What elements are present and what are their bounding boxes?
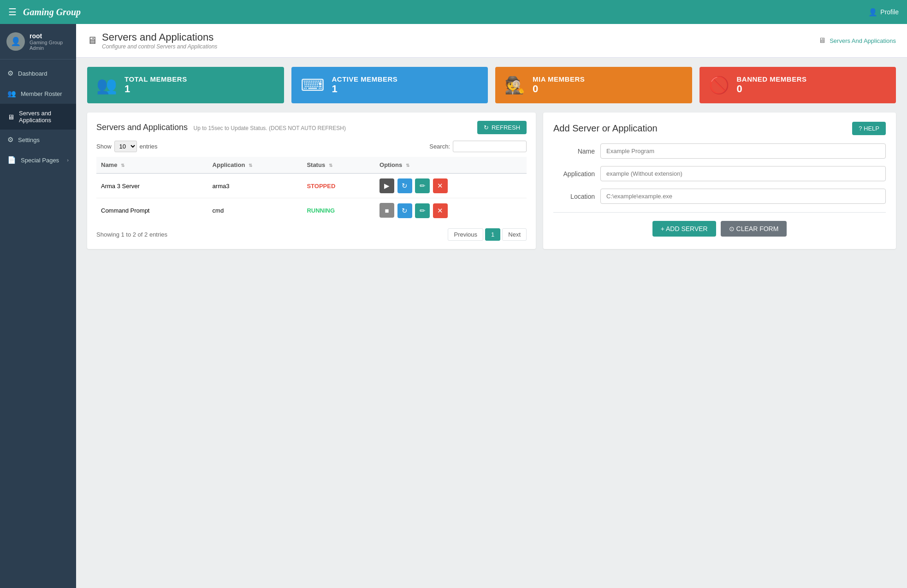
page-header-icon: 🖥 [87,35,97,47]
row2-status: RUNNING [302,198,375,223]
servers-icon: 🖥 [7,113,14,121]
sort-icon-options: ⇅ [406,163,409,168]
add-server-button[interactable]: + ADD SERVER [652,221,716,237]
profile-label: Profile [880,8,899,16]
table-panel-title-area: Servers and Applications Up to 15sec to … [96,123,346,132]
table-header-row: Name ⇅ Application ⇅ Status ⇅ Options ⇅ [96,157,527,173]
page-header: 🖥 Servers and Applications Configure and… [76,24,907,58]
total-members-icon: 👥 [96,76,117,95]
clear-form-label: ⊙ CLEAR FORM [729,225,779,232]
row2-name: Command Prompt [96,198,208,223]
main-layout: 👤 root Gaming Group Admin ⚙ Dashboard 👥 … [0,24,907,588]
edit-button-row2[interactable]: ✏ [415,203,430,218]
sidebar-item-special-pages[interactable]: 📄 Special Pages › [0,150,76,170]
row1-name: Arma 3 Server [96,173,208,198]
banned-members-value: 0 [737,83,807,95]
refresh-icon: ↻ [484,124,489,131]
col-status: Status ⇅ [302,157,375,173]
sidebar-nav: ⚙ Dashboard 👥 Member Roster 🖥 Servers an… [0,59,76,588]
sort-icon-name: ⇅ [121,163,124,168]
stop-button-row2[interactable]: ■ [379,203,394,218]
breadcrumb-icon: 🖥 [818,36,826,45]
table-panel-title: Servers and Applications [96,123,188,132]
row2-application: cmd [208,198,302,223]
hamburger-icon[interactable]: ☰ [8,6,17,18]
next-page-button[interactable]: Next [502,228,527,241]
table-panel-note: Up to 15sec to Update Status. (DOES NOT … [194,125,346,131]
sidebar-item-settings[interactable]: ⚙ Settings [0,130,76,150]
restart-button-row1[interactable]: ↻ [397,178,412,193]
row1-application: arma3 [208,173,302,198]
delete-button-row1[interactable]: ✕ [433,178,448,193]
page-header-left: 🖥 Servers and Applications Configure and… [87,31,217,50]
stat-card-active-info: ACTIVE MEMBERS 1 [332,75,398,95]
total-members-value: 1 [124,83,187,95]
banned-members-label: BANNED MEMBERS [737,75,807,83]
form-actions: + ADD SERVER ⊙ CLEAR FORM [553,221,886,237]
sidebar-item-dashboard[interactable]: ⚙ Dashboard [0,63,76,83]
stat-card-mia-members: 🕵 MIA MEMBERS 0 [495,67,692,103]
form-panel-title: Add Server or Application [553,123,658,134]
active-members-value: 1 [332,83,398,95]
mia-members-label: MIA MEMBERS [533,75,585,83]
previous-page-button[interactable]: Previous [448,228,483,241]
search-label: Search: [429,143,450,150]
stat-card-active-members: ⌨ ACTIVE MEMBERS 1 [291,67,488,103]
total-members-label: TOTAL MEMBERS [124,75,187,83]
stats-row: 👥 TOTAL MEMBERS 1 ⌨ ACTIVE MEMBERS 1 🕵 M… [76,58,907,113]
status-badge-running: RUNNING [307,207,335,214]
sidebar-item-member-roster[interactable]: 👥 Member Roster [0,83,76,104]
search-input[interactable] [453,141,527,152]
form-divider [553,212,886,213]
table-footer-info: Showing 1 to 2 of 2 entries [96,231,167,238]
settings-icon: ⚙ [7,136,13,144]
profile-icon: 👤 [868,8,877,17]
col-application: Application ⇅ [208,157,302,173]
sidebar-user-info: root Gaming Group Admin [30,32,70,51]
help-label: ? HELP [859,125,879,132]
row1-status: STOPPED [302,173,375,198]
sort-icon-status: ⇅ [329,163,332,168]
sidebar-role: Gaming Group Admin [30,40,70,51]
banned-members-icon: 🚫 [709,76,729,95]
play-button-row1[interactable]: ▶ [379,178,394,193]
status-badge-stopped: STOPPED [307,183,335,190]
name-input[interactable] [600,143,886,159]
chevron-right-icon: › [67,157,69,163]
help-button[interactable]: ? HELP [852,122,886,135]
profile-button[interactable]: 👤 Profile [868,8,899,17]
delete-button-row2[interactable]: ✕ [433,203,448,218]
dashboard-icon: ⚙ [7,69,13,77]
stat-card-total-info: TOTAL MEMBERS 1 [124,75,187,95]
mia-members-icon: 🕵 [504,76,525,95]
sort-icon-app: ⇅ [249,163,252,168]
application-input[interactable] [600,166,886,181]
show-select[interactable]: 10 25 50 [114,141,137,152]
row1-options: ▶ ↻ ✏ ✕ [375,173,527,198]
page-subtitle: Configure and control Servers and Applic… [102,43,217,50]
entries-label: entries [140,143,158,150]
edit-button-row1[interactable]: ✏ [415,178,430,193]
current-page-button[interactable]: 1 [485,228,500,241]
clear-form-button[interactable]: ⊙ CLEAR FORM [721,221,787,237]
row2-options: ■ ↻ ✏ ✕ [375,198,527,223]
sidebar-item-label-settings: Settings [18,137,40,143]
form-panel: Add Server or Application ? HELP Name Ap… [543,113,896,249]
table-panel: Servers and Applications Up to 15sec to … [87,113,536,249]
refresh-button[interactable]: ↻ REFRESH [477,121,527,134]
mia-members-value: 0 [533,83,585,95]
top-nav: ☰ Gaming Group 👤 Profile [0,0,907,24]
application-label: Application [553,170,595,178]
content-area: 🖥 Servers and Applications Configure and… [76,24,907,588]
restart-button-row2[interactable]: ↻ [397,203,412,218]
sidebar-item-label-special-pages: Special Pages [21,157,59,164]
table-body: Arma 3 Server arma3 STOPPED ▶ ↻ ✏ ✕ Co [96,173,527,223]
location-form-row: Location [553,189,886,204]
special-pages-icon: 📄 [7,156,16,164]
col-options: Options ⇅ [375,157,527,173]
form-panel-header: Add Server or Application ? HELP [553,122,886,135]
sidebar-item-servers-applications[interactable]: 🖥 Servers and Applications [0,104,76,130]
show-label: Show [96,143,112,150]
name-label: Name [553,148,595,155]
location-input[interactable] [600,189,886,204]
